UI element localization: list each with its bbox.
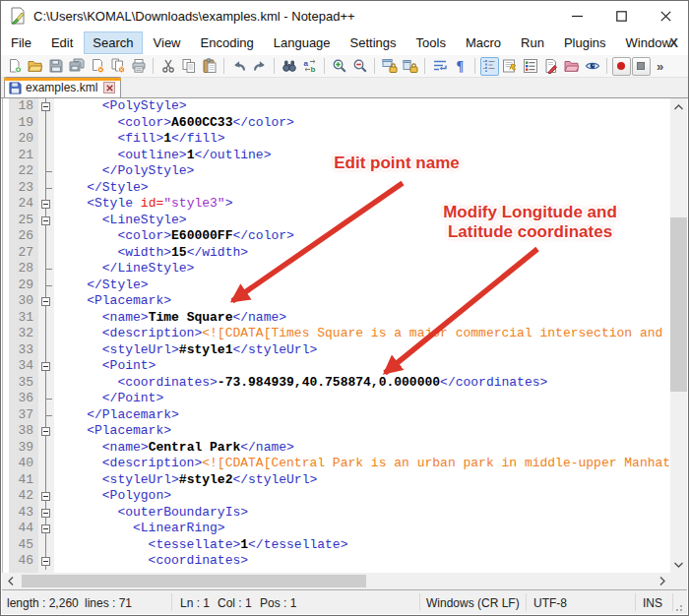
scroll-down-arrow[interactable] [670,556,687,573]
fold-collapse-box[interactable] [38,358,54,375]
code-line[interactable]: <coordinates>-73.984939,40.758874,0.0000… [54,375,670,392]
fold-collapse-box[interactable] [38,293,54,310]
function-list-icon[interactable] [521,56,540,76]
code-line[interactable]: <tessellate>1</tessellate> [54,537,670,554]
toolbar-overflow-chevron[interactable]: » [657,59,663,74]
redo-icon[interactable] [250,56,270,76]
save-all-icon[interactable] [67,56,87,76]
code-line[interactable]: <Placemark> [54,293,670,310]
fold-margin-cell [38,391,54,407]
scroll-right-arrow[interactable] [654,573,670,589]
horizontal-scrollbar-thumb[interactable] [22,575,366,587]
status-separator [672,593,673,611]
code-line[interactable]: <styleUrl>#style1</styleUrl> [54,342,670,359]
code-line[interactable]: <description><![CDATA[Times Square is a … [54,326,670,342]
code-line[interactable]: <width>15</width> [54,245,670,262]
code-line[interactable]: <LinearRing> [54,521,670,537]
folder-as-workspace-icon[interactable] [562,56,582,76]
close-all-files-icon[interactable] [108,56,128,76]
menu-close-document-button[interactable]: X [669,35,678,50]
line-number: 19 [9,115,38,132]
status-length: length : 2,260 [7,596,79,610]
code-line[interactable]: <color>A600CC33</color> [54,115,670,132]
menu-item-tools[interactable]: Tools [407,31,455,54]
fold-margin[interactable] [38,98,54,573]
menu-item-view[interactable]: View [145,31,190,54]
sync-horizontal-scroll-icon[interactable] [401,56,420,76]
code-line[interactable]: </LineStyle> [54,261,670,277]
menu-item-macro[interactable]: Macro [457,31,510,54]
menu-item-settings[interactable]: Settings [342,31,406,54]
code-line[interactable]: <description><![CDATA[Central Park is an… [54,456,670,472]
code-line[interactable]: </Style> [54,180,670,197]
code-line[interactable]: <coordinates> [54,553,670,570]
menu-item-search[interactable]: Search [84,31,142,54]
line-number: 34 [9,358,38,375]
close-file-icon[interactable] [88,56,107,76]
fold-margin-cell [38,148,54,164]
code-line[interactable]: <fill>1</fill> [54,131,670,148]
scroll-up-arrow[interactable] [670,98,687,115]
document-map-icon[interactable] [500,56,520,76]
vertical-scrollbar[interactable] [670,98,687,573]
document-list-icon[interactable] [541,56,561,76]
code-line[interactable]: </Placemark> [54,407,670,424]
undo-icon[interactable] [229,56,249,76]
code-line[interactable]: <Point> [54,358,670,375]
show-all-characters-icon[interactable]: ¶ [451,56,470,76]
fold-collapse-box[interactable] [38,521,54,537]
code-line[interactable]: <name>Time Square</name> [54,310,670,327]
stop-recording-icon[interactable] [632,57,651,76]
horizontal-scrollbar[interactable] [2,573,687,589]
new-file-icon[interactable] [5,56,25,76]
resize-grip[interactable] [675,602,685,612]
code-line[interactable]: <outerBoundaryIs> [54,505,670,522]
code-line[interactable]: <Placemark> [54,423,670,440]
edit-point-name-label: Edit point name [314,154,479,173]
record-macro-icon[interactable] [612,57,631,76]
maximize-button[interactable] [599,1,644,31]
menu-item-run[interactable]: Run [512,31,553,54]
word-wrap-icon[interactable] [430,56,450,76]
menu-item-language[interactable]: Language [265,31,340,54]
code-line[interactable]: </Point> [54,391,670,407]
scroll-left-arrow[interactable] [2,573,19,589]
code-line[interactable]: <styleUrl>#style2</styleUrl> [54,472,670,489]
print-icon[interactable] [129,56,149,76]
menu-item-file[interactable]: File [2,31,40,54]
file-monitoring-icon[interactable] [583,56,602,76]
zoom-in-icon[interactable] [330,56,349,76]
fold-collapse-box[interactable] [38,505,54,522]
menu-item-encoding[interactable]: Encoding [192,31,263,54]
fold-margin-cell [38,261,54,277]
code-line[interactable]: <name>Central Park</name> [54,440,670,457]
paste-icon[interactable] [200,56,219,76]
code-line[interactable]: <Polygon> [54,488,670,505]
show-indent-guide-icon[interactable] [480,57,499,76]
find-icon[interactable] [280,56,299,76]
tab-examples-kml[interactable]: examples.kml [4,77,121,97]
sync-vertical-scroll-icon[interactable] [380,56,400,76]
open-file-icon[interactable] [26,56,45,76]
fold-collapse-box[interactable] [38,423,54,440]
fold-collapse-box[interactable] [38,488,54,505]
fold-collapse-box[interactable] [38,196,54,213]
code-line[interactable]: </Style> [54,277,670,294]
menu-item-help[interactable]: ? [682,31,689,54]
menu-item-edit[interactable]: Edit [42,31,82,54]
cut-icon[interactable] [158,56,178,76]
tab-close-icon[interactable] [103,82,115,93]
close-button[interactable] [644,1,688,31]
vertical-scrollbar-thumb[interactable] [670,217,687,392]
fold-collapse-box[interactable] [38,553,54,570]
save-icon[interactable] [46,56,66,76]
code-line[interactable]: <PolyStyle> [54,98,670,115]
bookmark-margin[interactable] [2,98,9,573]
menu-item-plugins[interactable]: Plugins [555,31,615,54]
copy-icon[interactable] [179,56,199,76]
minimize-button[interactable] [555,1,599,31]
fold-collapse-box[interactable] [38,98,54,115]
replace-icon[interactable]: ab [300,56,320,76]
fold-collapse-box[interactable] [38,213,54,229]
zoom-out-icon[interactable] [350,56,370,76]
